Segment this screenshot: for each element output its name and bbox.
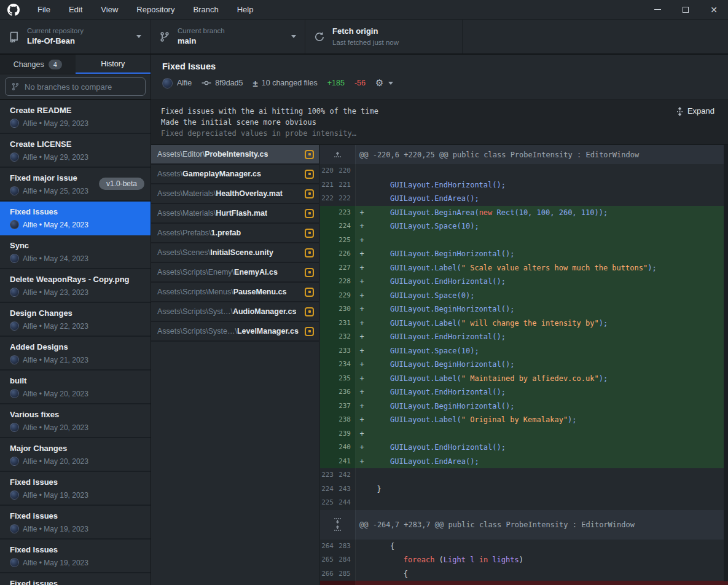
diff-old-line-number: 222 <box>320 192 338 206</box>
diff-new-line-number: 223 <box>338 206 356 220</box>
expand-down-icon[interactable] <box>334 518 342 524</box>
commit-item-author-date: Alfie • May 19, 2023 <box>23 559 88 567</box>
diff-options-button[interactable]: ⚙ <box>375 77 393 88</box>
diff-line-marker: + <box>356 415 368 424</box>
modified-status-icon <box>305 170 314 179</box>
file-list-item[interactable]: Assets\Scripts\Menus\PauseMenu.cs <box>151 283 319 302</box>
expand-up-icon[interactable] <box>334 152 342 157</box>
close-button[interactable]: ✕ <box>700 0 728 20</box>
commit-list-item[interactable]: SyncAlfie • May 24, 2023 <box>0 235 151 269</box>
diff-old-line-number: 221 <box>320 178 338 192</box>
diff-code-line: GUILayout.EndHorizontal(); <box>368 332 506 341</box>
description-line: Fixed depreciated values in probe intens… <box>161 128 728 139</box>
commit-item-title: Fixed issues <box>10 578 144 585</box>
sidebar-tabs: Changes 4 History <box>0 55 151 74</box>
commit-list-item[interactable]: Fixed IssuesAlfie • May 19, 2023 <box>0 540 151 573</box>
minimize-button[interactable] <box>643 0 671 20</box>
expand-up-icon[interactable] <box>334 525 342 531</box>
avatar <box>10 321 19 331</box>
diff-old-line-number <box>320 441 338 455</box>
current-repository-button[interactable]: Current repository Life-Of-Bean <box>0 20 151 53</box>
tab-history[interactable]: History <box>76 55 151 74</box>
diff-old-line-number <box>320 581 338 585</box>
avatar <box>10 288 19 297</box>
diff-row-added: 235+ GUILayout.Label(" Maintained by alf… <box>320 372 728 386</box>
diff-new-line-number: 283 <box>338 540 356 554</box>
maximize-button[interactable] <box>671 0 700 20</box>
commit-list-item[interactable]: Fixed issuesAlfie • May 19, 2023 <box>0 573 151 585</box>
menu-item-view[interactable]: View <box>92 0 127 20</box>
commit-item-author-date: Alfie • May 19, 2023 <box>23 525 88 533</box>
diff-line-marker: + <box>356 457 368 466</box>
current-branch-button[interactable]: Current branch main <box>151 20 305 53</box>
menu-item-file[interactable]: File <box>28 0 60 20</box>
diff-code-line: GUILayout.BeginHorizontal(); <box>368 249 514 258</box>
commit-list-item[interactable]: Design ChangesAlfie • May 22, 2023 <box>0 303 151 337</box>
commit-item-author-date: Alfie • May 22, 2023 <box>23 322 88 331</box>
diff-row-added: 223+ GUILayout.BeginArea(new Rect(10, 10… <box>320 206 728 220</box>
file-list-item[interactable]: Assets\Editor\ProbeIntensity.cs <box>151 145 319 165</box>
diff-line-marker: + <box>356 402 368 410</box>
commit-item-author-date: Alfie • May 23, 2023 <box>23 288 88 297</box>
commit-title: Fixed Issues <box>162 61 728 71</box>
commit-list-item[interactable]: Fixed IssuesAlfie • May 24, 2023 <box>0 202 151 235</box>
diff-new-line-number: 285 <box>338 567 356 581</box>
commit-list-item[interactable]: Various fixesAlfie • May 20, 2023 <box>0 404 151 438</box>
diff-new-line-number: 228 <box>338 275 356 289</box>
modified-status-icon <box>305 268 314 277</box>
diff-line-marker: + <box>356 319 368 328</box>
diff-old-line-number <box>320 427 338 441</box>
commit-list-item[interactable]: Added DesignsAlfie • May 21, 2023 <box>0 337 151 371</box>
fetch-origin-button[interactable]: Fetch origin Last fetched just now <box>305 20 463 53</box>
commit-list-item[interactable]: Delete WeaponRays - Copy.pngAlfie • May … <box>0 269 151 303</box>
menu-item-repository[interactable]: Repository <box>127 0 184 20</box>
file-list-item[interactable]: Assets\Materials\HealthOverlay.mat <box>151 184 319 204</box>
diff-old-line-number: 266 <box>320 567 338 581</box>
file-list-item[interactable]: Assets\Scenes\InitialScene.unity <box>151 243 319 263</box>
modified-status-icon <box>305 189 314 198</box>
diff-scrollbar-track[interactable] <box>724 145 728 581</box>
diff-row-removed-partial <box>320 581 728 585</box>
file-path: Assets\Scenes\InitialScene.unity <box>157 248 273 257</box>
tab-changes[interactable]: Changes 4 <box>0 55 76 74</box>
expand-button[interactable]: Expand <box>676 106 714 117</box>
diff-new-line-number: 227 <box>338 261 356 275</box>
commit-list-item[interactable]: Create READMEAlfie • May 29, 2023 <box>0 100 151 134</box>
commit-list-item[interactable]: Fixed IssuesAlfie • May 19, 2023 <box>0 472 151 506</box>
branch-compare-placeholder: No branches to compare <box>25 82 112 92</box>
commit-hash[interactable]: 8f9dad5 <box>215 79 243 87</box>
diff-code-line: GUILayout.Label(" Scale value alters how… <box>368 264 657 272</box>
menu-item-branch[interactable]: Branch <box>184 0 227 20</box>
diff-code-line: GUILayout.EndHorizontal(); <box>368 277 506 286</box>
file-list-item[interactable]: Assets\Scripts\Syste…\LevelManager.cs <box>151 322 319 342</box>
commit-list-item[interactable]: Fixed issuesAlfie • May 19, 2023 <box>0 506 151 540</box>
file-list-item[interactable]: Assets\GameplayManager.cs <box>151 165 319 184</box>
avatar <box>10 186 19 195</box>
diff-new-line-number: 241 <box>338 455 356 469</box>
diff-row-context: 224243 } <box>320 482 728 497</box>
commit-list-item[interactable]: Major ChangesAlfie • May 20, 2023 <box>0 438 151 472</box>
commit-author: Alfie <box>177 79 192 87</box>
diff-hunk-expand-gutter <box>320 145 356 164</box>
file-list-item[interactable]: Assets\Scripts\Enemy\EnemyAi.cs <box>151 263 319 283</box>
branch-compare-input[interactable]: No branches to compare <box>5 77 146 96</box>
file-list-item[interactable]: Assets\Prefabs\1.prefab <box>151 224 319 243</box>
diff-row-added: 230+ GUILayout.BeginHorizontal(); <box>320 302 728 316</box>
menu-item-edit[interactable]: Edit <box>60 0 92 20</box>
diff-code-line: GUILayout.Space(10); <box>368 222 479 230</box>
menu-items: FileEditViewRepositoryBranchHelp <box>28 0 262 20</box>
commit-list-item[interactable]: Create LICENSEAlfie • May 29, 2023 <box>0 134 151 168</box>
commit-item-title: Design Changes <box>10 307 144 320</box>
diff-old-line-number <box>320 219 338 234</box>
commit-list-item[interactable]: Fixed major issueAlfie • May 25, 2023v1.… <box>0 168 151 202</box>
diff-row-added: 224+ GUILayout.Space(10); <box>320 219 728 234</box>
commit-item-title: Create README <box>10 104 144 117</box>
file-list-item[interactable]: Assets\Materials\HurtFlash.mat <box>151 204 319 224</box>
file-list-item[interactable]: Assets\Scripts\Syst…\AudioManager.cs <box>151 302 319 322</box>
commit-header: Fixed Issues Alfie 8f9dad5 ± 10 changed … <box>151 55 728 100</box>
commit-list-item[interactable]: builtAlfie • May 20, 2023 <box>0 371 151 404</box>
menu-item-help[interactable]: Help <box>228 0 263 20</box>
file-path: Assets\Prefabs\1.prefab <box>157 229 241 237</box>
commit-item-title: built <box>10 375 144 387</box>
diff-code-line: GUILayout.BeginHorizontal(); <box>368 360 514 369</box>
